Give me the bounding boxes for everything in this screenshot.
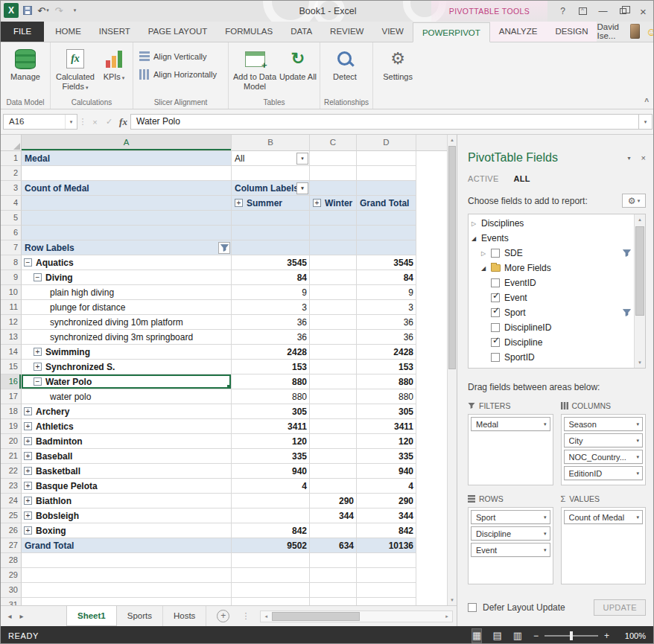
detect-button[interactable]: Detect bbox=[323, 44, 367, 82]
ribbon-tab-powerpivot[interactable]: POWERPIVOT bbox=[413, 22, 490, 42]
cell-A10[interactable]: plain high diving bbox=[22, 285, 232, 300]
cell-D25[interactable]: 344 bbox=[357, 508, 416, 523]
settings-button[interactable]: ⚙ Settings bbox=[375, 44, 420, 82]
cell-D9[interactable]: 84 bbox=[357, 270, 416, 285]
filter-dropdown-button[interactable]: ▾ bbox=[296, 153, 308, 165]
ribbon-tab-data[interactable]: DATA bbox=[282, 22, 321, 42]
cell-B24[interactable] bbox=[232, 494, 310, 508]
field-item-more-fields[interactable]: ◢More Fields bbox=[470, 261, 633, 275]
cell-A16[interactable]: −Water Polo bbox=[22, 374, 232, 389]
row-header-21[interactable]: 21 bbox=[1, 449, 22, 464]
ribbon-tab-home[interactable]: HOME bbox=[46, 22, 90, 42]
cell-A9[interactable]: −Diving bbox=[22, 270, 232, 285]
unchecked-checkbox[interactable] bbox=[491, 353, 500, 362]
area-field-count-of-medal[interactable]: Count of Medal▾ bbox=[564, 510, 644, 524]
pivot-collapse-toggle[interactable]: − bbox=[34, 377, 42, 386]
pivot-collapse-toggle[interactable]: − bbox=[34, 273, 42, 281]
cell-A15[interactable]: +Synchronized S. bbox=[22, 360, 232, 374]
checked-checkbox[interactable]: ✓ bbox=[491, 293, 500, 302]
field-item-event[interactable]: ✓Event bbox=[470, 290, 633, 305]
cell-D16[interactable]: 880 bbox=[357, 374, 416, 389]
cell-E20[interactable] bbox=[416, 434, 447, 449]
row-header-25[interactable]: 25 bbox=[1, 508, 22, 523]
cell-C28[interactable] bbox=[310, 553, 357, 568]
cell-E12[interactable] bbox=[416, 315, 447, 330]
page-break-view-button[interactable]: ▥ bbox=[513, 629, 522, 643]
cell-C14[interactable] bbox=[310, 345, 357, 360]
row-header-23[interactable]: 23 bbox=[1, 479, 22, 494]
collapse-ribbon-button[interactable]: ^ bbox=[644, 98, 649, 106]
cell-E14[interactable] bbox=[416, 345, 447, 360]
cell-A29[interactable] bbox=[22, 568, 232, 583]
ribbon-tab-page-layout[interactable]: PAGE LAYOUT bbox=[139, 22, 216, 42]
cell-A12[interactable]: synchronized diving 10m platform bbox=[22, 315, 232, 330]
pivot-expand-toggle[interactable]: + bbox=[24, 511, 32, 520]
zoom-slider[interactable] bbox=[545, 635, 598, 637]
pane-options-icon[interactable]: ▾ bbox=[628, 155, 631, 162]
cell-D12[interactable]: 36 bbox=[357, 315, 416, 330]
feedback-smiley-icon[interactable]: ☺ bbox=[646, 25, 654, 38]
sheet-tab-hosts[interactable]: Hosts bbox=[163, 606, 206, 626]
scroll-right-button[interactable]: ▸ bbox=[442, 611, 452, 622]
cell-E27[interactable] bbox=[416, 538, 447, 553]
cell-A19[interactable]: +Athletics bbox=[22, 419, 232, 434]
ribbon-tab-design[interactable]: DESIGN bbox=[546, 22, 597, 42]
cell-B12[interactable]: 36 bbox=[232, 315, 310, 330]
cell-B6[interactable] bbox=[232, 226, 310, 240]
pivot-expand-toggle[interactable]: + bbox=[24, 497, 32, 505]
cell-C22[interactable] bbox=[310, 464, 357, 479]
ribbon-tab-view[interactable]: VIEW bbox=[372, 22, 412, 42]
cell-C25[interactable]: 344 bbox=[310, 508, 357, 523]
row-header-24[interactable]: 24 bbox=[1, 494, 22, 508]
chevron-down-icon[interactable]: ▾ bbox=[636, 514, 639, 520]
save-button[interactable] bbox=[21, 3, 34, 18]
pivot-expand-toggle[interactable]: + bbox=[24, 482, 32, 490]
cell-B17[interactable]: 880 bbox=[232, 389, 310, 404]
vertical-scrollbar[interactable]: ▲ ▼ bbox=[447, 135, 457, 605]
pivot-expand-toggle[interactable]: + bbox=[24, 407, 32, 415]
cell-A17[interactable]: water polo bbox=[22, 389, 232, 404]
restore-button[interactable] bbox=[613, 1, 633, 22]
cell-E17[interactable] bbox=[416, 389, 447, 404]
cell-A1[interactable]: Medal bbox=[22, 151, 232, 166]
cell-B7[interactable] bbox=[232, 240, 310, 255]
row-header-26[interactable]: 26 bbox=[1, 523, 22, 538]
row-header-31[interactable]: 31 bbox=[1, 598, 22, 605]
expand-toggle-icon[interactable]: ▷ bbox=[481, 250, 491, 257]
row-header-29[interactable]: 29 bbox=[1, 568, 22, 583]
field-item-discipline[interactable]: ✓Discipline bbox=[470, 335, 633, 350]
horizontal-scrollbar-thumb[interactable] bbox=[272, 612, 360, 621]
area-field-sport[interactable]: Sport▾ bbox=[471, 510, 550, 524]
cell-A11[interactable]: plunge for distance bbox=[22, 300, 232, 315]
cell-D21[interactable]: 335 bbox=[357, 449, 416, 464]
excel-logo-icon[interactable]: X bbox=[4, 3, 19, 18]
chevron-down-icon[interactable]: ▾ bbox=[544, 514, 547, 520]
ribbon-tab-review[interactable]: REVIEW bbox=[321, 22, 372, 42]
row-header-18[interactable]: 18 bbox=[1, 404, 22, 419]
cell-D18[interactable]: 305 bbox=[357, 404, 416, 419]
row-header-20[interactable]: 20 bbox=[1, 434, 22, 449]
chevron-down-icon[interactable]: ▾ bbox=[544, 421, 547, 427]
formula-bar-grip[interactable]: ⋮ bbox=[77, 117, 88, 127]
cell-C24[interactable]: 290 bbox=[310, 494, 357, 508]
previous-sheet-button[interactable]: ◂ bbox=[4, 612, 16, 620]
cell-E1[interactable] bbox=[416, 151, 447, 166]
cancel-button[interactable]: × bbox=[88, 114, 102, 130]
cell-D28[interactable] bbox=[357, 553, 416, 568]
select-all-corner[interactable] bbox=[1, 135, 22, 151]
cell-B4[interactable]: +Summer bbox=[232, 196, 310, 211]
row-header-5[interactable]: 5 bbox=[1, 211, 22, 226]
formula-input[interactable]: Water Polo bbox=[130, 114, 638, 130]
undo-button[interactable]: ↶▾ bbox=[36, 3, 50, 18]
cell-D7[interactable] bbox=[357, 240, 416, 255]
sheet-tab-sports[interactable]: Sports bbox=[117, 606, 163, 626]
cell-C16[interactable] bbox=[310, 374, 357, 389]
cell-E25[interactable] bbox=[416, 508, 447, 523]
rows-area[interactable]: Sport▾Discipline▾Event▾ bbox=[468, 507, 553, 584]
cell-D13[interactable]: 36 bbox=[357, 330, 416, 345]
expand-toggle-icon[interactable]: ▷ bbox=[472, 220, 481, 227]
cell-C6[interactable] bbox=[310, 226, 357, 240]
cell-C29[interactable] bbox=[310, 568, 357, 583]
chevron-down-icon[interactable]: ▾ bbox=[636, 454, 639, 460]
cell-C2[interactable] bbox=[310, 166, 357, 181]
